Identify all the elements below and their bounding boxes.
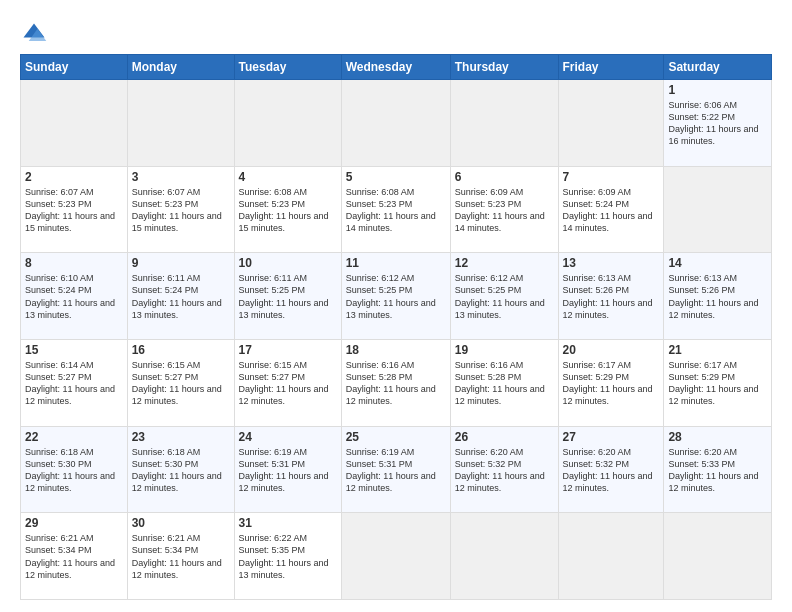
day-number: 10 <box>239 256 337 270</box>
calendar-cell: 14Sunrise: 6:13 AMSunset: 5:26 PMDayligh… <box>664 253 772 340</box>
calendar-cell: 17Sunrise: 6:15 AMSunset: 5:27 PMDayligh… <box>234 339 341 426</box>
day-number: 31 <box>239 516 337 530</box>
cell-info: Sunrise: 6:19 AMSunset: 5:31 PMDaylight:… <box>346 447 436 493</box>
cell-info: Sunrise: 6:16 AMSunset: 5:28 PMDaylight:… <box>346 360 436 406</box>
header-cell-wednesday: Wednesday <box>341 55 450 80</box>
calendar-cell <box>341 513 450 600</box>
day-number: 20 <box>563 343 660 357</box>
day-number: 29 <box>25 516 123 530</box>
cell-info: Sunrise: 6:12 AMSunset: 5:25 PMDaylight:… <box>346 273 436 319</box>
calendar-cell: 6Sunrise: 6:09 AMSunset: 5:23 PMDaylight… <box>450 166 558 253</box>
cell-info: Sunrise: 6:20 AMSunset: 5:32 PMDaylight:… <box>455 447 545 493</box>
calendar-cell: 2Sunrise: 6:07 AMSunset: 5:23 PMDaylight… <box>21 166 128 253</box>
day-number: 6 <box>455 170 554 184</box>
cell-info: Sunrise: 6:17 AMSunset: 5:29 PMDaylight:… <box>563 360 653 406</box>
calendar-cell: 13Sunrise: 6:13 AMSunset: 5:26 PMDayligh… <box>558 253 664 340</box>
page: SundayMondayTuesdayWednesdayThursdayFrid… <box>0 0 792 612</box>
day-number: 17 <box>239 343 337 357</box>
day-number: 3 <box>132 170 230 184</box>
calendar-cell: 21Sunrise: 6:17 AMSunset: 5:29 PMDayligh… <box>664 339 772 426</box>
cell-info: Sunrise: 6:08 AMSunset: 5:23 PMDaylight:… <box>239 187 329 233</box>
day-number: 14 <box>668 256 767 270</box>
calendar-cell: 11Sunrise: 6:12 AMSunset: 5:25 PMDayligh… <box>341 253 450 340</box>
cell-info: Sunrise: 6:22 AMSunset: 5:35 PMDaylight:… <box>239 533 329 579</box>
cell-info: Sunrise: 6:09 AMSunset: 5:23 PMDaylight:… <box>455 187 545 233</box>
cell-info: Sunrise: 6:18 AMSunset: 5:30 PMDaylight:… <box>132 447 222 493</box>
calendar-cell: 4Sunrise: 6:08 AMSunset: 5:23 PMDaylight… <box>234 166 341 253</box>
cell-info: Sunrise: 6:15 AMSunset: 5:27 PMDaylight:… <box>239 360 329 406</box>
calendar-cell: 19Sunrise: 6:16 AMSunset: 5:28 PMDayligh… <box>450 339 558 426</box>
day-number: 19 <box>455 343 554 357</box>
cell-info: Sunrise: 6:13 AMSunset: 5:26 PMDaylight:… <box>668 273 758 319</box>
cell-info: Sunrise: 6:15 AMSunset: 5:27 PMDaylight:… <box>132 360 222 406</box>
calendar-cell: 5Sunrise: 6:08 AMSunset: 5:23 PMDaylight… <box>341 166 450 253</box>
day-number: 13 <box>563 256 660 270</box>
cell-info: Sunrise: 6:14 AMSunset: 5:27 PMDaylight:… <box>25 360 115 406</box>
cell-info: Sunrise: 6:17 AMSunset: 5:29 PMDaylight:… <box>668 360 758 406</box>
header-cell-monday: Monday <box>127 55 234 80</box>
calendar-cell <box>21 80 128 167</box>
cell-info: Sunrise: 6:16 AMSunset: 5:28 PMDaylight:… <box>455 360 545 406</box>
cell-info: Sunrise: 6:09 AMSunset: 5:24 PMDaylight:… <box>563 187 653 233</box>
calendar-cell: 1Sunrise: 6:06 AMSunset: 5:22 PMDaylight… <box>664 80 772 167</box>
cell-info: Sunrise: 6:20 AMSunset: 5:32 PMDaylight:… <box>563 447 653 493</box>
calendar-cell: 25Sunrise: 6:19 AMSunset: 5:31 PMDayligh… <box>341 426 450 513</box>
calendar-cell <box>664 166 772 253</box>
calendar-week-5: 29Sunrise: 6:21 AMSunset: 5:34 PMDayligh… <box>21 513 772 600</box>
logo-icon <box>20 20 48 48</box>
cell-info: Sunrise: 6:11 AMSunset: 5:25 PMDaylight:… <box>239 273 329 319</box>
cell-info: Sunrise: 6:19 AMSunset: 5:31 PMDaylight:… <box>239 447 329 493</box>
calendar-cell <box>450 80 558 167</box>
header <box>20 16 772 48</box>
calendar-cell: 9Sunrise: 6:11 AMSunset: 5:24 PMDaylight… <box>127 253 234 340</box>
calendar-week-2: 8Sunrise: 6:10 AMSunset: 5:24 PMDaylight… <box>21 253 772 340</box>
calendar-cell <box>127 80 234 167</box>
calendar-cell <box>450 513 558 600</box>
calendar-header: SundayMondayTuesdayWednesdayThursdayFrid… <box>21 55 772 80</box>
header-cell-thursday: Thursday <box>450 55 558 80</box>
calendar-cell: 8Sunrise: 6:10 AMSunset: 5:24 PMDaylight… <box>21 253 128 340</box>
calendar-cell <box>558 513 664 600</box>
header-cell-saturday: Saturday <box>664 55 772 80</box>
day-number: 15 <box>25 343 123 357</box>
calendar-table: SundayMondayTuesdayWednesdayThursdayFrid… <box>20 54 772 600</box>
cell-info: Sunrise: 6:13 AMSunset: 5:26 PMDaylight:… <box>563 273 653 319</box>
logo <box>20 20 52 48</box>
calendar-cell: 16Sunrise: 6:15 AMSunset: 5:27 PMDayligh… <box>127 339 234 426</box>
calendar: SundayMondayTuesdayWednesdayThursdayFrid… <box>20 54 772 600</box>
calendar-week-1: 2Sunrise: 6:07 AMSunset: 5:23 PMDaylight… <box>21 166 772 253</box>
day-number: 18 <box>346 343 446 357</box>
calendar-week-0: 1Sunrise: 6:06 AMSunset: 5:22 PMDaylight… <box>21 80 772 167</box>
cell-info: Sunrise: 6:12 AMSunset: 5:25 PMDaylight:… <box>455 273 545 319</box>
calendar-cell: 22Sunrise: 6:18 AMSunset: 5:30 PMDayligh… <box>21 426 128 513</box>
day-number: 11 <box>346 256 446 270</box>
calendar-cell: 31Sunrise: 6:22 AMSunset: 5:35 PMDayligh… <box>234 513 341 600</box>
day-number: 30 <box>132 516 230 530</box>
calendar-cell <box>558 80 664 167</box>
calendar-cell: 3Sunrise: 6:07 AMSunset: 5:23 PMDaylight… <box>127 166 234 253</box>
calendar-week-3: 15Sunrise: 6:14 AMSunset: 5:27 PMDayligh… <box>21 339 772 426</box>
calendar-body: 1Sunrise: 6:06 AMSunset: 5:22 PMDaylight… <box>21 80 772 600</box>
day-number: 5 <box>346 170 446 184</box>
cell-info: Sunrise: 6:20 AMSunset: 5:33 PMDaylight:… <box>668 447 758 493</box>
day-number: 23 <box>132 430 230 444</box>
calendar-cell: 26Sunrise: 6:20 AMSunset: 5:32 PMDayligh… <box>450 426 558 513</box>
cell-info: Sunrise: 6:07 AMSunset: 5:23 PMDaylight:… <box>25 187 115 233</box>
day-number: 9 <box>132 256 230 270</box>
day-number: 1 <box>668 83 767 97</box>
day-number: 8 <box>25 256 123 270</box>
calendar-cell <box>664 513 772 600</box>
calendar-cell: 18Sunrise: 6:16 AMSunset: 5:28 PMDayligh… <box>341 339 450 426</box>
calendar-cell: 24Sunrise: 6:19 AMSunset: 5:31 PMDayligh… <box>234 426 341 513</box>
calendar-cell: 28Sunrise: 6:20 AMSunset: 5:33 PMDayligh… <box>664 426 772 513</box>
day-number: 12 <box>455 256 554 270</box>
calendar-cell: 20Sunrise: 6:17 AMSunset: 5:29 PMDayligh… <box>558 339 664 426</box>
calendar-cell: 15Sunrise: 6:14 AMSunset: 5:27 PMDayligh… <box>21 339 128 426</box>
cell-info: Sunrise: 6:08 AMSunset: 5:23 PMDaylight:… <box>346 187 436 233</box>
header-cell-friday: Friday <box>558 55 664 80</box>
header-row: SundayMondayTuesdayWednesdayThursdayFrid… <box>21 55 772 80</box>
day-number: 7 <box>563 170 660 184</box>
day-number: 26 <box>455 430 554 444</box>
calendar-cell <box>234 80 341 167</box>
day-number: 22 <box>25 430 123 444</box>
